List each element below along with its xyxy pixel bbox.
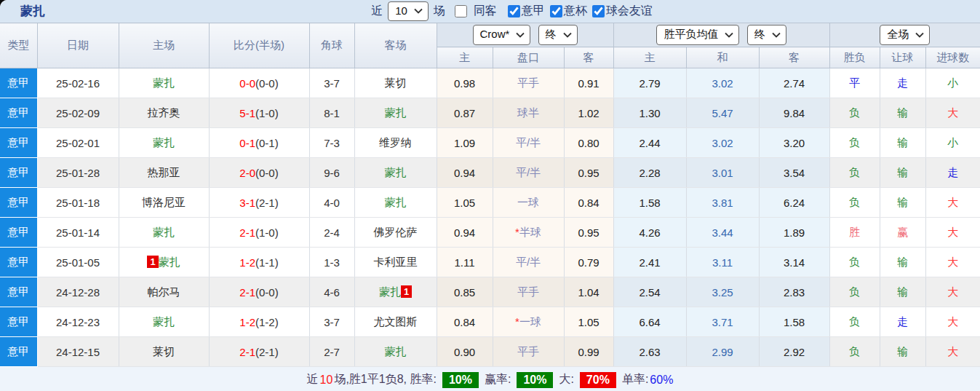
league-label: 意甲	[7, 345, 29, 358]
coppa-italia-checkbox[interactable]	[550, 5, 562, 17]
league-cell: 意甲	[0, 277, 37, 307]
odds-time-select[interactable]: 终	[538, 25, 578, 44]
mean-time-select[interactable]: 终	[747, 25, 786, 44]
mean-home-value: 2.79	[639, 77, 660, 90]
handicap-label: 平/半	[516, 136, 541, 149]
mean-away-cell: 6.24	[759, 188, 829, 218]
match-tbody: 意甲 25-02-16 蒙扎 0-0(0-0) 3-7 莱切 0.98 平手 0…	[0, 68, 980, 367]
handicap-result-label: 输	[897, 166, 908, 178]
away-team-name: 蒙扎	[385, 106, 407, 119]
league-cell: 意甲	[0, 68, 37, 98]
odds-away-cell: 0.84	[564, 188, 613, 218]
score-halftime: (1-0)	[255, 226, 279, 239]
mean-draw-cell: 3.11	[686, 248, 759, 277]
outcome-label: 负	[849, 315, 860, 328]
mean-draw-value: 5.47	[712, 107, 733, 119]
handicap-result-cell: 走	[880, 307, 925, 337]
handicap-label: 球半	[517, 106, 539, 119]
col-header-home: 主场	[119, 23, 209, 68]
mean-draw-cell: 3.44	[686, 218, 759, 248]
home-team-cell: 蒙扎	[119, 218, 209, 248]
date-cell: 25-02-01	[37, 128, 119, 158]
date-cell: 25-01-05	[37, 248, 119, 277]
mean-away-value: 2.74	[784, 77, 805, 90]
score-cell: 1-2(1-2)	[209, 307, 309, 337]
date-cell: 25-02-16	[37, 68, 119, 98]
handicap-label: 平/半	[516, 256, 541, 268]
goals-label: 大	[947, 285, 958, 298]
outcome-cell: 负	[829, 98, 880, 128]
mean-draw-cell: 3.25	[686, 277, 759, 307]
odds-home-cell: 0.98	[437, 68, 493, 98]
corners-cell: 2-7	[309, 337, 354, 367]
odds-company-select[interactable]: Crow*	[473, 25, 531, 44]
mean-away-value: 3.54	[784, 167, 805, 179]
mean-home-cell: 4.26	[613, 218, 686, 248]
mean-away-value: 6.24	[784, 197, 805, 209]
league-cell: 意甲	[0, 188, 37, 218]
handicap-cell: 平手	[493, 277, 564, 307]
date-label: 25-02-09	[56, 107, 100, 119]
goals-cell: 大	[925, 307, 980, 337]
mean-type-select[interactable]: 胜平负均值	[656, 25, 739, 44]
mean-away-value: 2.83	[784, 286, 805, 299]
scope-select[interactable]: 全场	[880, 25, 930, 44]
odds-home-value: 0.98	[454, 77, 475, 90]
score-halftime: (0-0)	[255, 167, 279, 179]
score-cell: 2-0(0-0)	[209, 158, 309, 188]
home-team-cell: 蒙扎	[119, 128, 209, 158]
mean-draw-cell: 3.02	[686, 68, 759, 98]
col-header-date: 日期	[37, 23, 119, 68]
outcome-cell: 负	[829, 337, 880, 367]
outcome-cell: 负	[829, 128, 880, 158]
handicap-label: 半球	[519, 226, 541, 238]
handicap-label: 平手	[517, 345, 539, 358]
table-row: 意甲 25-02-09 拉齐奥 5-1(1-0) 8-1 蒙扎 0.87 球半 …	[0, 98, 980, 128]
serie-a-checkbox[interactable]	[508, 5, 520, 17]
mean-home-value: 2.28	[639, 167, 660, 179]
odds-away-value: 0.95	[578, 226, 599, 239]
score-fulltime: 1-2	[239, 256, 255, 269]
page-title: 蒙扎	[20, 0, 45, 23]
sub-header-mean-home: 主	[613, 47, 686, 68]
handicap-cell: 平手	[493, 337, 564, 367]
odds-home-value: 1.09	[454, 137, 475, 149]
chevron-down-icon	[563, 32, 572, 38]
mean-draw-value: 3.01	[712, 167, 733, 179]
summary-footer: 近10场,胜1平1负8, 胜率: 10% 赢率: 10% 大: 70% 单率:6…	[0, 367, 980, 391]
table-row: 意甲 24-12-23 蒙扎 1-2(1-2) 3-7 尤文图斯 0.84 *一…	[0, 307, 980, 337]
handicap-cell: 平手	[493, 68, 564, 98]
scope-group-header: 全场	[829, 23, 980, 47]
odds-away-cell: 0.95	[564, 218, 613, 248]
table-row: 意甲 25-01-18 博洛尼亚 3-1(2-1) 4-0 蒙扎 1.05 一球…	[0, 188, 980, 218]
corners-label: 7-3	[324, 137, 340, 149]
corners-label: 4-6	[324, 286, 340, 299]
date-cell: 25-02-09	[37, 98, 119, 128]
league-label: 意甲	[7, 315, 29, 328]
away-team-name: 蒙扎	[385, 166, 407, 178]
date-label: 25-02-01	[56, 137, 100, 149]
club-friendly-checkbox[interactable]	[592, 5, 605, 17]
odds-away-value: 0.80	[578, 137, 599, 149]
odds-home-value: 0.87	[454, 107, 475, 119]
league-label: 意甲	[7, 226, 29, 238]
home-team-cell: 热那亚	[119, 158, 209, 188]
score-fulltime: 2-0	[239, 167, 255, 179]
score-fulltime: 5-1	[239, 107, 255, 119]
league-label: 意甲	[7, 106, 29, 119]
mean-draw-cell: 3.71	[686, 307, 759, 337]
odds-away-value: 0.99	[578, 346, 599, 358]
score-cell: 0-1(0-1)	[209, 128, 309, 158]
league-cell: 意甲	[0, 248, 37, 277]
col-header-score: 比分(半场)	[209, 23, 309, 68]
date-label: 25-01-14	[56, 226, 100, 239]
handicap-result-label: 输	[897, 285, 908, 298]
score-cell: 2-1(1-0)	[209, 218, 309, 248]
mean-home-cell: 2.41	[613, 248, 686, 277]
date-label: 24-12-15	[56, 346, 100, 358]
mean-away-cell: 2.83	[759, 277, 829, 307]
match-count-select[interactable]: 10	[388, 1, 429, 21]
corners-label: 1-3	[324, 256, 340, 269]
away-team-name: 维罗纳	[379, 136, 412, 149]
same-away-checkbox[interactable]	[455, 5, 467, 17]
